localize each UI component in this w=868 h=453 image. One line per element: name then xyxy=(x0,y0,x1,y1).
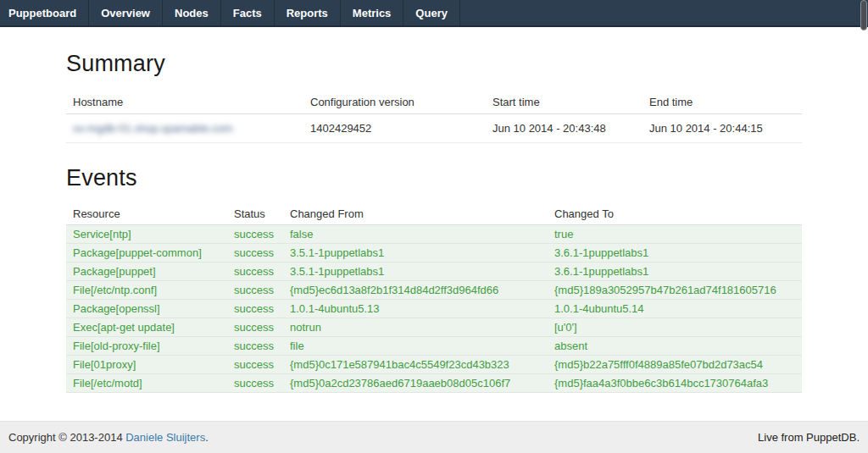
event-changed-to: 3.6.1-1puppetlabs1 xyxy=(548,244,802,262)
nav-item-reports[interactable]: Reports xyxy=(275,0,341,25)
event-status: success xyxy=(227,262,283,281)
events-col-resource: Resource xyxy=(66,203,227,225)
copyright-period: . xyxy=(205,431,209,444)
nav-item-nodes[interactable]: Nodes xyxy=(163,0,221,25)
events-table-body: Service[ntp]successfalsetruePackage[pupp… xyxy=(66,225,802,393)
event-changed-to: true xyxy=(548,225,802,244)
summary-col-configuration-version: Configuration version xyxy=(303,91,486,114)
event-status: success xyxy=(227,356,283,374)
nav-brand-puppetboard[interactable]: Puppetboard xyxy=(0,0,89,25)
events-col-status: Status xyxy=(227,203,283,225)
live-from-puppetdb-text: Live from PuppetDB. xyxy=(758,431,860,444)
scrollbar-thumb[interactable] xyxy=(860,0,867,30)
navbar: Puppetboard Overview Nodes Facts Reports… xyxy=(0,0,868,27)
summary-table: Hostname Configuration version Start tim… xyxy=(66,91,802,143)
event-status: success xyxy=(227,225,283,244)
event-changed-from: {md5}ec6d13a8f2b1f314d84d2ff3d964fd66 xyxy=(283,281,548,300)
event-status: success xyxy=(227,318,283,337)
nav-item-metrics[interactable]: Metrics xyxy=(341,0,404,25)
event-changed-to: {md5}b22a75fff0f4889a85fe07bd2d73ac54 xyxy=(548,356,802,374)
footer-copyright: Copyright © 2013-2014 Daniele Sluijters. xyxy=(8,431,209,444)
table-row: Package[puppet-common]success3.5.1-1pupp… xyxy=(66,244,802,262)
event-resource: File[/etc/motd] xyxy=(66,374,227,393)
event-status: success xyxy=(227,374,283,393)
event-resource: Package[puppet-common] xyxy=(66,244,227,262)
event-status: success xyxy=(227,244,283,262)
nav-item-facts[interactable]: Facts xyxy=(221,0,275,25)
table-row: Package[puppet]success3.5.1-1puppetlabs1… xyxy=(66,262,802,281)
footer: Copyright © 2013-2014 Daniele Sluijters.… xyxy=(0,421,868,453)
table-row: Package[openssl]success1.0.1-4ubuntu5.13… xyxy=(66,300,802,318)
event-changed-from: {md5}0c171e587941bac4c5549f23cd43b323 xyxy=(283,356,548,374)
summary-configuration-version: 1402429452 xyxy=(303,114,486,143)
summary-row: xx-mgdb-01.shop.spamable.com 1402429452 … xyxy=(66,114,802,143)
event-changed-from: {md5}0a2cd23786aed6719aaeb08d05c106f7 xyxy=(283,374,548,393)
event-changed-from: file xyxy=(283,337,548,356)
event-resource: Service[ntp] xyxy=(66,225,227,244)
event-changed-from: notrun xyxy=(283,318,548,337)
table-row: File[01proxy]success{md5}0c171e587941bac… xyxy=(66,356,802,374)
summary-hostname-cell: xx-mgdb-01.shop.spamable.com xyxy=(66,114,303,143)
event-changed-from: 1.0.1-4ubuntu5.13 xyxy=(283,300,548,318)
summary-start-time: Jun 10 2014 - 20:43:48 xyxy=(486,114,643,143)
table-row: File[/etc/ntp.conf]success{md5}ec6d13a8f… xyxy=(66,281,802,300)
events-table: Resource Status Changed From Changed To … xyxy=(66,203,802,393)
event-status: success xyxy=(227,337,283,356)
events-header-row: Resource Status Changed From Changed To xyxy=(66,203,802,225)
event-resource: Exec[apt-get update] xyxy=(66,318,227,337)
event-changed-from: false xyxy=(283,225,548,244)
event-changed-from: 3.5.1-1puppetlabs1 xyxy=(283,244,548,262)
hostname-link-redacted[interactable]: xx-mgdb-01.shop.spamable.com xyxy=(73,122,233,135)
event-resource: Package[puppet] xyxy=(66,262,227,281)
event-changed-to: [u'0'] xyxy=(548,318,802,337)
author-link[interactable]: Daniele Sluijters xyxy=(125,431,205,444)
summary-header-row: Hostname Configuration version Start tim… xyxy=(66,91,802,114)
event-resource: File[/etc/ntp.conf] xyxy=(66,281,227,300)
event-status: success xyxy=(227,281,283,300)
event-resource: Package[openssl] xyxy=(66,300,227,318)
event-changed-to: 1.0.1-4ubuntu5.14 xyxy=(548,300,802,318)
event-changed-to: 3.6.1-1puppetlabs1 xyxy=(548,262,802,281)
event-changed-to: absent xyxy=(548,337,802,356)
summary-end-time: Jun 10 2014 - 20:44:15 xyxy=(643,114,802,143)
event-status: success xyxy=(227,300,283,318)
event-resource: File[old-proxy-file] xyxy=(66,337,227,356)
events-section-title: Events xyxy=(66,165,802,191)
event-changed-from: 3.5.1-1puppetlabs1 xyxy=(283,262,548,281)
summary-col-end-time: End time xyxy=(643,91,802,114)
copyright-text: Copyright © 2013-2014 xyxy=(8,431,125,444)
table-row: Service[ntp]successfalsetrue xyxy=(66,225,802,244)
main-content: Summary Hostname Configuration version S… xyxy=(0,27,868,421)
summary-section-title: Summary xyxy=(66,51,802,77)
events-col-changed-to: Changed To xyxy=(548,203,802,225)
nav-item-overview[interactable]: Overview xyxy=(89,0,163,25)
events-col-changed-from: Changed From xyxy=(283,203,548,225)
table-row: File[/etc/motd]success{md5}0a2cd23786aed… xyxy=(66,374,802,393)
event-resource: File[01proxy] xyxy=(66,356,227,374)
event-changed-to: {md5}faa4a3f0bbe6c3b614bcc1730764afa3 xyxy=(548,374,802,393)
table-row: Exec[apt-get update]successnotrun[u'0'] xyxy=(66,318,802,337)
event-changed-to: {md5}189a3052957b47b261ad74f181605716 xyxy=(548,281,802,300)
summary-col-hostname: Hostname xyxy=(66,91,303,114)
nav-item-query[interactable]: Query xyxy=(403,0,460,25)
table-row: File[old-proxy-file]successfileabsent xyxy=(66,337,802,356)
summary-col-start-time: Start time xyxy=(486,91,643,114)
